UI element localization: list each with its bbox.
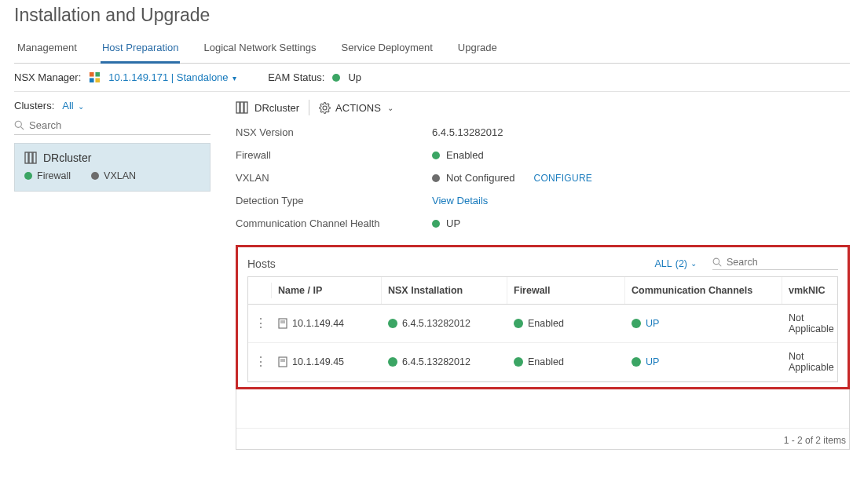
svg-point-12 — [713, 258, 719, 265]
check-circle-icon — [514, 319, 523, 328]
svg-rect-14 — [279, 319, 287, 328]
tab-logical-network-settings[interactable]: Logical Network Settings — [202, 37, 317, 63]
divider — [309, 100, 309, 115]
col-nsx-installation[interactable]: NSX Installation — [382, 277, 507, 304]
view-details-link[interactable]: View Details — [432, 195, 488, 206]
search-icon — [14, 120, 24, 130]
nsx-manager-ip: 10.1.149.171 — [108, 71, 168, 83]
nsx-manager-dropdown[interactable]: 10.1.149.171 | Standalone ▾ — [108, 71, 236, 83]
detection-type-label: Detection Type — [236, 195, 432, 206]
cluster-card-drcluster[interactable]: DRcluster Firewall VXLAN — [14, 143, 211, 192]
check-circle-icon — [24, 172, 32, 180]
actions-dropdown[interactable]: ACTIONS ⌄ — [319, 102, 394, 114]
hosts-filter-count: (2) — [675, 258, 687, 269]
cluster-firewall-label: Firewall — [37, 170, 71, 181]
host-nsx-version: 6.4.5.13282012 — [402, 318, 470, 329]
col-comm-channels[interactable]: Communication Channels — [625, 277, 782, 304]
nsx-manager-mode: Standalone — [177, 71, 229, 83]
svg-rect-11 — [244, 102, 247, 113]
tab-host-preparation[interactable]: Host Preparation — [101, 37, 181, 64]
actions-label: ACTIONS — [335, 102, 381, 114]
clusters-filter-dropdown[interactable]: All ⌄ — [62, 100, 84, 111]
clusters-label: Clusters: — [14, 100, 54, 111]
svg-rect-6 — [25, 152, 28, 163]
kebab-icon[interactable]: ⋮ — [254, 319, 265, 328]
table-empty-row — [236, 389, 849, 429]
svg-rect-10 — [240, 102, 243, 113]
nsx-version-label: NSX Version — [236, 126, 432, 138]
configure-button[interactable]: CONFIGURE — [533, 173, 592, 184]
cluster-icon — [24, 152, 37, 164]
firewall-value: Enabled — [446, 149, 484, 161]
svg-rect-8 — [33, 152, 36, 163]
svg-line-5 — [21, 127, 24, 130]
host-ip: 10.1.149.45 — [292, 356, 344, 367]
svg-rect-7 — [29, 152, 32, 163]
tab-service-deployment[interactable]: Service Deployment — [340, 37, 434, 63]
check-circle-icon — [388, 357, 397, 367]
nsx-manager-icon — [89, 71, 101, 83]
cluster-name: DRcluster — [43, 152, 91, 164]
clusters-search[interactable] — [14, 118, 211, 135]
host-vmknic: Not Applicable — [789, 312, 834, 334]
host-icon — [278, 356, 287, 367]
check-circle-icon — [514, 357, 523, 367]
status-dot-icon — [632, 319, 641, 328]
col-vmknic[interactable]: vmkNIC — [782, 277, 837, 304]
col-name-ip[interactable]: Name / IP — [272, 277, 382, 304]
chevron-down-icon: ⌄ — [78, 102, 84, 111]
host-nsx-version: 6.4.5.13282012 — [402, 356, 470, 367]
chevron-down-icon: ▾ — [232, 74, 236, 82]
table-row: ⋮ 10.1.149.44 6.4.5.13282012 Enabled UP … — [248, 305, 837, 343]
chevron-down-icon: ⌄ — [387, 104, 394, 112]
svg-rect-0 — [90, 72, 94, 77]
host-vmknic: Not Applicable — [789, 351, 834, 373]
svg-rect-2 — [90, 78, 94, 82]
hosts-title: Hosts — [247, 257, 276, 270]
nsx-manager-label: NSX Manager: — [14, 71, 81, 83]
chevron-down-icon: ⌄ — [690, 259, 697, 268]
minus-circle-icon — [91, 172, 99, 180]
col-firewall[interactable]: Firewall — [507, 277, 625, 304]
cluster-vxlan-label: VXLAN — [104, 170, 136, 181]
status-dot-icon — [632, 357, 641, 367]
status-dot-icon — [432, 220, 440, 228]
clusters-filter-value: All — [62, 100, 73, 111]
host-firewall: Enabled — [528, 356, 564, 367]
tabs: Management Host Preparation Logical Netw… — [14, 37, 850, 64]
comm-channel-health-value: UP — [446, 217, 460, 229]
hosts-search[interactable] — [712, 257, 838, 270]
hosts-search-input[interactable] — [727, 257, 838, 268]
detail-cluster-name: DRcluster — [254, 102, 299, 114]
eam-status-label: EAM Status: — [268, 71, 324, 83]
cluster-icon — [236, 101, 248, 114]
eam-status-dot-icon — [332, 74, 340, 82]
hosts-table: Name / IP NSX Installation Firewall Comm… — [247, 276, 838, 382]
kebab-icon[interactable]: ⋮ — [254, 357, 265, 367]
vxlan-label: VXLAN — [236, 172, 432, 184]
page-title: Installation and Upgrade — [14, 5, 850, 26]
nsx-version-value: 6.4.5.13282012 — [432, 126, 503, 138]
check-circle-icon — [432, 152, 440, 159]
host-ip: 10.1.149.44 — [292, 318, 344, 329]
minus-circle-icon — [432, 174, 440, 182]
svg-rect-9 — [236, 102, 240, 113]
tab-upgrade[interactable]: Upgrade — [456, 37, 499, 63]
svg-rect-17 — [279, 357, 287, 367]
comm-channel-health-label: Communication Channel Health — [236, 217, 432, 229]
host-firewall: Enabled — [528, 318, 564, 329]
firewall-label: Firewall — [236, 149, 432, 161]
svg-rect-1 — [96, 72, 101, 77]
hosts-filter-dropdown[interactable]: ALL (2) ⌄ — [654, 258, 697, 269]
hosts-filter-label: ALL — [654, 258, 672, 269]
subbar: NSX Manager: 10.1.149.171 | Standalone ▾… — [14, 64, 850, 92]
table-row: ⋮ 10.1.149.45 6.4.5.13282012 Enabled UP … — [248, 343, 837, 382]
host-comm-channel-link[interactable]: UP — [646, 356, 659, 367]
table-footer: 1 - 2 of 2 items — [236, 429, 849, 449]
hosts-section-highlight: Hosts ALL (2) ⌄ — [236, 245, 850, 389]
tab-management[interactable]: Management — [16, 37, 79, 63]
vxlan-value: Not Configured — [446, 172, 514, 184]
host-comm-channel-link[interactable]: UP — [646, 318, 659, 329]
clusters-search-input[interactable] — [29, 119, 211, 131]
search-icon — [712, 257, 722, 267]
